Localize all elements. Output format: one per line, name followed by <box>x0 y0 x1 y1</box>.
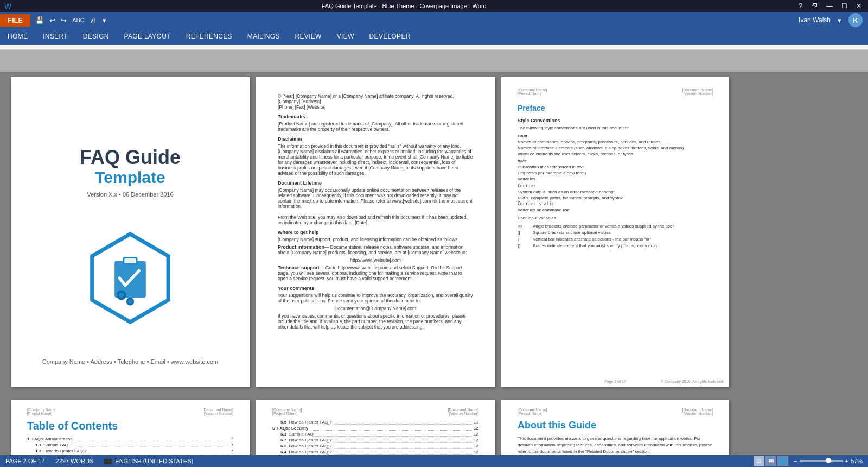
zoom-slider[interactable] <box>800 460 843 462</box>
close-button[interactable]: ✕ <box>854 2 864 10</box>
minimize-button[interactable]: — <box>824 2 835 10</box>
tab-design[interactable]: DESIGN <box>75 28 117 45</box>
status-bar: PAGE 2 OF 17 2297 WORDS ENGLISH (UNITED … <box>0 455 868 467</box>
page-cover: FAQ Guide Template Version X.x • 06 Dece… <box>11 77 250 387</box>
faq-header: [Company Name] [Project Name] [Document … <box>272 408 478 415</box>
word-icon: W <box>4 2 11 10</box>
sym-pipe-char: | <box>518 237 528 242</box>
save-button[interactable]: 💾 <box>33 15 47 26</box>
page-num: Page 3 of 17 <box>604 380 626 383</box>
faq-item-6-3: 6.3 How do I [enter FAQ]? 12 <box>272 444 478 449</box>
page-copyright: © [Year] [Company Name] or a [Company Na… <box>256 77 495 387</box>
sym-pipe-desc: Vertical bar indicates alternate selecti… <box>533 237 651 242</box>
comments-section: Your comments Your suggestions will help… <box>278 286 473 330</box>
faq-item-6-4: 6.4 How do I [enter FAQ]? 12 <box>272 450 478 455</box>
copyright-notice: © [Year] [Company Name] or a [Company Na… <box>278 93 473 110</box>
product-bold: Product information <box>278 244 324 250</box>
preface-header-left: [Company Name] [Project Name] <box>518 88 547 96</box>
web-layout-view[interactable]: 🌐 <box>777 456 788 466</box>
sym-square: [] Square brackets enclose optional valu… <box>518 230 713 235</box>
pages-top-row: FAQ Guide Template Version X.x • 06 Dece… <box>11 77 729 387</box>
cover-logo <box>81 229 179 327</box>
sym-square-bracket: [] <box>518 230 528 235</box>
product-url: http://www.[website].com <box>278 257 473 263</box>
tab-page-layout[interactable]: PAGE LAYOUT <box>117 28 178 45</box>
status-page: PAGE 2 OF 17 <box>5 458 45 464</box>
trademarks-section: Trademarks [Product Name] are registered… <box>278 114 473 132</box>
toc-item-1-2: 1.2 How do I [enter FAQ]? 7 <box>27 449 233 453</box>
svg-point-7 <box>128 299 132 303</box>
faq-item-6-1: 6.1 Sample FAQ 12 <box>272 432 478 437</box>
comments-title: Your comments <box>278 286 473 291</box>
cover-title-sub: Template <box>80 168 181 187</box>
sym-square-desc: Square brackets enclose optional values <box>533 230 611 235</box>
qa-dropdown[interactable]: ▾ <box>100 15 109 26</box>
zoom-bar: − + 57% <box>794 458 863 464</box>
tab-review[interactable]: REVIEW <box>288 28 329 45</box>
disclaimer-section: Disclaimer The information provided in t… <box>278 136 473 176</box>
title-bar-controls: ? 🗗 — ☐ ✕ <box>796 2 864 10</box>
tab-references[interactable]: REFERENCES <box>178 28 240 45</box>
help-section: Where to get help [Company Name] support… <box>278 230 473 281</box>
style-courier-desc2: URLs, complete paths, filenames, prompts… <box>518 195 713 200</box>
toc-item-1: 1 FAQs: Administration 7 <box>27 437 233 441</box>
toc-header-left: [Company Name] [Project Name] <box>27 408 56 415</box>
style-italic-desc2: Emphasis (for example a new term) <box>518 171 713 175</box>
cover-version: Version X.x • 06 December 2016 <box>80 191 181 198</box>
ribbon-tabs: HOME INSERT DESIGN PAGE LAYOUT REFERENCE… <box>0 28 868 45</box>
user-dropdown[interactable]: ▾ <box>835 15 844 26</box>
style-bold-desc2: Names of interface elements (such window… <box>518 146 713 150</box>
zoom-in-btn[interactable]: + <box>845 458 848 464</box>
svg-rect-8 <box>104 459 112 464</box>
read-mode-view[interactable]: 📖 <box>765 456 776 466</box>
comments-text: Your suggestions will help us continue t… <box>278 293 473 304</box>
sym-angle-desc: Angle brackets enclose parameter or vari… <box>533 224 674 229</box>
tab-insert[interactable]: INSERT <box>35 28 75 45</box>
style-italic-desc1: Publication titles referenced in text <box>518 165 713 169</box>
faq-item-6-2: 6.2 How do I [enter FAQ]? 12 <box>272 438 478 443</box>
copyright-line3: [Phone] [Fax] [Website] <box>278 104 473 110</box>
about-title: About this Guide <box>518 420 713 431</box>
about-header-right: [Document Name] [Version Number] <box>682 408 713 415</box>
trademarks-text: [Product Name] are registered trademarks… <box>278 121 473 132</box>
zoom-out-btn[interactable]: − <box>794 458 797 464</box>
status-words: 2297 WORDS <box>56 458 94 464</box>
print-layout-view[interactable]: ▤ <box>754 456 764 466</box>
style-italic-label: Italic <box>518 159 713 163</box>
tab-view[interactable]: VIEW <box>329 28 362 45</box>
lifetime-text: [Company Name] may occasionally update o… <box>278 187 473 209</box>
lifetime-text2: From the Web site, you may also download… <box>278 214 473 225</box>
sym-angle-bracket: <> <box>518 224 528 229</box>
toc-item-1-1: 1.1 Sample FAQ 7 <box>27 443 233 447</box>
redo-button[interactable]: ↪ <box>58 15 69 26</box>
copyright-line1: © [Year] [Company Name] or a [Company Na… <box>278 93 473 99</box>
style-bold-desc1: Names of commands, options, programs, pr… <box>518 140 713 144</box>
maximize-button[interactable]: ☐ <box>839 2 850 10</box>
sym-brace: {} Braces indicate content that you must… <box>518 243 713 248</box>
sym-brace-char: {} <box>518 243 528 248</box>
preface-header-right: [Document Name] [Version Number] <box>682 88 713 96</box>
tab-mailings[interactable]: MAILINGS <box>240 28 288 45</box>
style-user-input: User input variables <box>518 216 713 220</box>
undo-button[interactable]: ↩ <box>47 15 58 26</box>
restore-button[interactable]: 🗗 <box>809 2 820 10</box>
quick-access-toolbar: FILE 💾 ↩ ↪ ABC 🖨 ▾ Ivan Walsh ▾ K <box>0 12 868 28</box>
help-button[interactable]: ? <box>796 2 805 10</box>
spelling-button[interactable]: ABC <box>69 16 87 24</box>
ribbon-wrapper: FILE 💾 ↩ ↪ ABC 🖨 ▾ Ivan Walsh ▾ K HOME I… <box>0 12 868 45</box>
style-italic-desc3: Variables <box>518 176 713 181</box>
cover-title-main: FAQ Guide <box>80 147 181 168</box>
page-footer-copyright: © Company 2016. All rights reserved. <box>661 380 724 383</box>
style-courier-static: Courier static <box>518 201 713 206</box>
svg-rect-3 <box>124 258 136 263</box>
help-title: Where to get help <box>278 230 473 235</box>
disclaimer-text: The information provided in this documen… <box>278 143 473 176</box>
tab-developer[interactable]: DEVELOPER <box>362 28 418 45</box>
tab-home[interactable]: HOME <box>0 28 35 45</box>
comments-email: Documentation@[Company Name].com <box>278 306 473 311</box>
print-button[interactable]: 🖨 <box>87 15 100 26</box>
sym-angle: <> Angle brackets enclose parameter or v… <box>518 224 713 229</box>
faq-item-6: 6 FAQs: Security 12 <box>272 426 478 431</box>
cover-footer: Company Name • Address • Telephone • Ema… <box>42 358 219 365</box>
file-button[interactable]: FILE <box>0 14 30 27</box>
